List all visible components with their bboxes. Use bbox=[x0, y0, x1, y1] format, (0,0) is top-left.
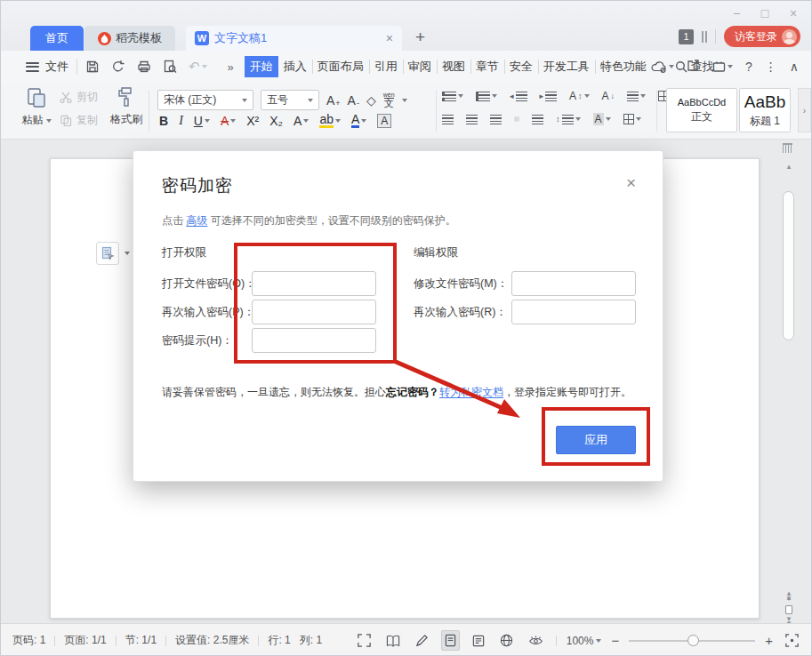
tab-page-layout[interactable]: 页面布局 bbox=[312, 56, 369, 77]
tab-dev-tools[interactable]: 开发工具 bbox=[538, 56, 595, 77]
fit-page-icon[interactable] bbox=[783, 631, 801, 650]
tab-review[interactable]: 审阅 bbox=[403, 56, 437, 77]
borders-button[interactable] bbox=[623, 114, 641, 124]
print-layout-icon[interactable] bbox=[441, 630, 460, 651]
cut-button[interactable]: 剪切 bbox=[60, 90, 98, 105]
window-list-icon[interactable] bbox=[702, 31, 707, 43]
font-name-select[interactable]: 宋体 (正文) bbox=[157, 90, 253, 110]
print-preview-icon[interactable] bbox=[163, 60, 177, 74]
tab-insert[interactable]: 插入 bbox=[278, 56, 312, 77]
export-pdf-icon[interactable] bbox=[111, 60, 125, 74]
character-border-button[interactable]: A bbox=[377, 114, 391, 128]
tab-view[interactable]: 视图 bbox=[437, 56, 470, 77]
password-hint-input[interactable] bbox=[252, 328, 376, 353]
private-doc-link[interactable]: 转为私密文档 bbox=[439, 386, 503, 398]
clear-format-icon[interactable]: ◇ bbox=[366, 93, 376, 108]
apply-button[interactable]: 应用 bbox=[556, 426, 636, 454]
more-styles-button[interactable]: › bbox=[798, 88, 811, 132]
style-normal[interactable]: AaBbCcDd 正文 bbox=[666, 88, 737, 132]
character-scale-button[interactable]: A↕ bbox=[569, 90, 590, 102]
underline-button[interactable]: U bbox=[194, 114, 210, 128]
hamburger-icon[interactable] bbox=[26, 62, 39, 72]
open-confirm-input[interactable] bbox=[252, 300, 376, 324]
help-icon[interactable]: ? bbox=[745, 60, 752, 74]
style-heading1[interactable]: AaBb 标题 1 bbox=[739, 88, 791, 132]
increase-font-button[interactable]: A+ bbox=[326, 93, 341, 108]
paragraph-settings-button[interactable] bbox=[627, 92, 646, 101]
fullscreen-icon[interactable] bbox=[355, 631, 374, 650]
increase-indent-button[interactable]: ▸ bbox=[540, 92, 558, 101]
line-spacing-button[interactable]: ↕ bbox=[556, 115, 581, 124]
open-password-input[interactable] bbox=[252, 271, 376, 296]
text-effects-button[interactable]: A bbox=[293, 114, 309, 128]
pinyin-guide-button[interactable]: wén 文 bbox=[383, 92, 395, 108]
modify-password-input[interactable] bbox=[511, 271, 636, 296]
zoom-out-button[interactable]: − bbox=[611, 633, 619, 648]
close-button[interactable]: × bbox=[786, 6, 800, 20]
align-left-icon[interactable] bbox=[442, 115, 454, 124]
dialog-close-icon[interactable]: × bbox=[626, 174, 636, 191]
print-icon[interactable] bbox=[137, 60, 151, 74]
superscript-button[interactable]: X² bbox=[246, 114, 259, 128]
scroll-up-icon[interactable]: ▴ bbox=[779, 163, 799, 171]
font-size-select[interactable]: 五号 bbox=[261, 90, 319, 110]
outline-view-icon[interactable] bbox=[470, 632, 487, 650]
write-mode-icon[interactable] bbox=[413, 631, 431, 650]
highlight-color-button[interactable]: ab bbox=[319, 113, 341, 128]
share-icon[interactable] bbox=[687, 59, 700, 75]
align-center-icon[interactable] bbox=[466, 115, 478, 124]
tab-security[interactable]: 安全 bbox=[504, 56, 538, 77]
more-quick-actions-icon[interactable]: » bbox=[228, 60, 234, 74]
zoom-level-button[interactable]: 100% bbox=[567, 635, 602, 647]
modify-confirm-input[interactable] bbox=[511, 300, 636, 324]
decrease-indent-button[interactable]: ◂ bbox=[510, 92, 527, 101]
tab-references[interactable]: 引用 bbox=[369, 56, 403, 77]
previous-page-button[interactable]: ▴▴ bbox=[779, 591, 799, 600]
bullet-list-button[interactable] bbox=[442, 92, 463, 101]
bold-button[interactable]: B bbox=[159, 114, 168, 128]
select-browse-object-button[interactable] bbox=[785, 605, 792, 614]
save-icon[interactable] bbox=[85, 60, 100, 74]
cloud-sync-button[interactable] bbox=[651, 60, 674, 73]
paste-button[interactable]: 粘贴 bbox=[17, 86, 56, 128]
paste-options-button[interactable] bbox=[96, 242, 119, 265]
document-tab-close-icon[interactable]: × bbox=[386, 31, 393, 45]
docer-templates-tab[interactable]: 稻壳模板 bbox=[84, 26, 175, 51]
file-menu-button[interactable]: 文件 bbox=[45, 59, 68, 75]
read-mode-icon[interactable] bbox=[383, 632, 403, 650]
tab-home-ribbon[interactable]: 开始 bbox=[245, 56, 278, 77]
new-tab-button[interactable]: + bbox=[415, 28, 425, 47]
minimize-button[interactable]: − bbox=[729, 6, 744, 20]
undo-button[interactable]: ↶ bbox=[189, 59, 207, 75]
kebab-menu-icon[interactable]: ⋮ bbox=[765, 60, 777, 74]
maximize-button[interactable]: □ bbox=[758, 6, 772, 20]
advanced-link[interactable]: 高级 bbox=[186, 214, 207, 227]
eye-protect-icon[interactable] bbox=[526, 632, 546, 649]
sort-button[interactable]: A↓ bbox=[602, 90, 615, 102]
distribute-icon[interactable] bbox=[532, 115, 543, 124]
strikethrough-button[interactable]: A bbox=[221, 114, 236, 128]
justify-icon[interactable] bbox=[514, 116, 519, 122]
home-tab[interactable]: 首页 bbox=[30, 26, 84, 51]
decrease-font-button[interactable]: A- bbox=[348, 93, 359, 108]
collapse-ribbon-icon[interactable]: ∧ bbox=[790, 60, 799, 74]
copy-button[interactable]: 复制 bbox=[60, 113, 98, 128]
document-tab[interactable]: W 文字文稿1 × bbox=[186, 26, 402, 51]
web-layout-icon[interactable] bbox=[497, 631, 516, 650]
ruler-toggle-icon[interactable] bbox=[783, 143, 792, 153]
align-right-icon[interactable] bbox=[490, 115, 502, 124]
format-painter-button[interactable]: 格式刷 bbox=[106, 86, 147, 127]
tab-special-features[interactable]: 特色功能 bbox=[595, 56, 652, 77]
numbered-list-button[interactable] bbox=[476, 92, 497, 101]
paste-options-caret-icon[interactable] bbox=[125, 252, 130, 255]
guest-login-button[interactable]: 访客登录 bbox=[724, 26, 800, 47]
zoom-slider-thumb[interactable] bbox=[687, 635, 699, 646]
font-color-button[interactable]: A bbox=[351, 113, 366, 128]
sticky-notes-button[interactable] bbox=[712, 60, 733, 73]
scrollbar-thumb[interactable] bbox=[783, 191, 794, 340]
italic-button[interactable]: I bbox=[179, 114, 183, 128]
shading-button[interactable]: A bbox=[593, 113, 611, 125]
vertical-scrollbar[interactable]: ▴ ▾ bbox=[779, 157, 799, 623]
zoom-slider[interactable] bbox=[629, 640, 755, 642]
subscript-button[interactable]: X₂ bbox=[269, 114, 283, 128]
